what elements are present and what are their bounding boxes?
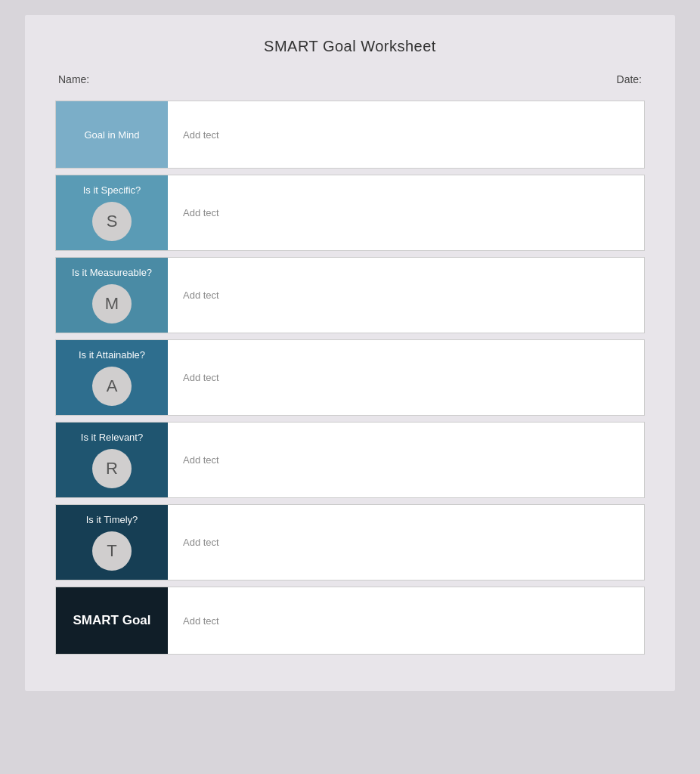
letter-circle-relevant: R: [92, 449, 132, 488]
content-relevant[interactable]: Add tect: [168, 423, 644, 497]
row-smart-goal: SMART GoalAdd tect: [55, 587, 645, 655]
label-text-specific: Is it Specific?: [83, 184, 141, 196]
content-measurable[interactable]: Add tect: [168, 258, 644, 333]
row-goal-in-mind: Goal in MindAdd tect: [55, 101, 645, 169]
date-label: Date:: [617, 73, 642, 85]
label-timely: Is it Timely?T: [56, 505, 168, 580]
label-text-measurable: Is it Measureable?: [72, 267, 152, 278]
content-timely[interactable]: Add tect: [168, 505, 644, 580]
label-text-relevant: Is it Relevant?: [81, 432, 143, 443]
rows-container: Goal in MindAdd tectIs it Specific?SAdd …: [55, 101, 645, 655]
label-measurable: Is it Measureable?M: [56, 258, 168, 333]
content-specific[interactable]: Add tect: [168, 175, 644, 250]
label-text-goal-in-mind: Goal in Mind: [85, 129, 140, 141]
label-specific: Is it Specific?S: [56, 175, 168, 250]
letter-circle-attainable: A: [92, 367, 132, 406]
worksheet: SMART Goal Worksheet Name: Date: Goal in…: [25, 15, 675, 691]
row-relevant: Is it Relevant?RAdd tect: [55, 422, 645, 498]
label-goal-in-mind: Goal in Mind: [56, 101, 168, 168]
name-label: Name:: [58, 73, 89, 85]
letter-circle-measurable: M: [92, 284, 132, 324]
letter-circle-timely: T: [92, 531, 132, 571]
label-smart-goal: SMART Goal: [56, 587, 168, 654]
label-text-attainable: Is it Attainable?: [79, 349, 145, 361]
smart-goal-text: SMART Goal: [73, 613, 151, 628]
label-relevant: Is it Relevant?R: [56, 423, 168, 497]
content-smart-goal[interactable]: Add tect: [168, 587, 644, 654]
letter-circle-specific: S: [92, 202, 132, 241]
header-fields: Name: Date:: [55, 73, 645, 85]
row-timely: Is it Timely?TAdd tect: [55, 504, 645, 580]
label-attainable: Is it Attainable?A: [56, 340, 168, 415]
row-specific: Is it Specific?SAdd tect: [55, 175, 645, 251]
row-attainable: Is it Attainable?AAdd tect: [55, 339, 645, 416]
content-attainable[interactable]: Add tect: [168, 340, 644, 415]
page-title: SMART Goal Worksheet: [55, 38, 645, 55]
content-goal-in-mind[interactable]: Add tect: [168, 101, 644, 168]
label-text-timely: Is it Timely?: [86, 514, 138, 525]
row-measurable: Is it Measureable?MAdd tect: [55, 257, 645, 333]
